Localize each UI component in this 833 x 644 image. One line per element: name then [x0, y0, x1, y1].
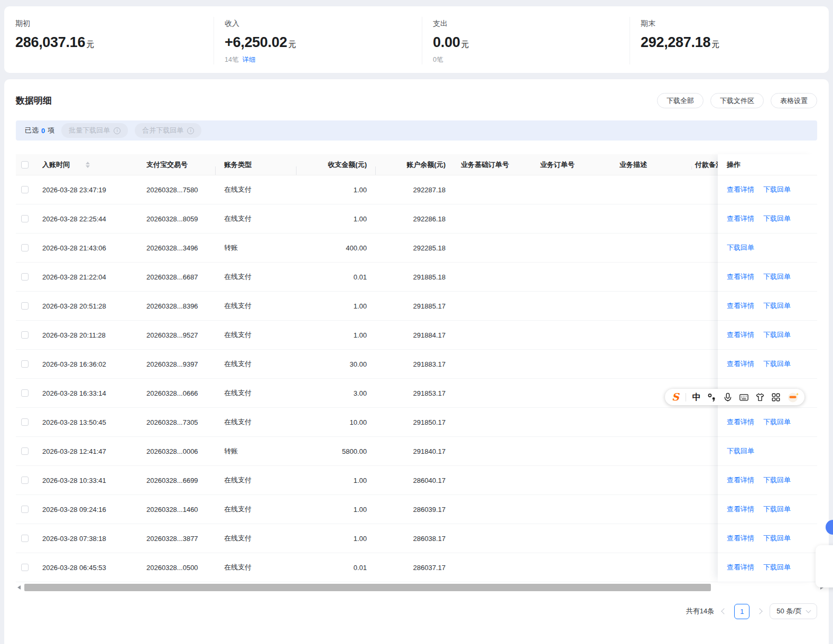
- scroll-left-arrow-icon[interactable]: [17, 585, 21, 590]
- action-cell: 查看详情下载回单: [718, 204, 817, 234]
- column-header-base-order: 业务基础订单号: [453, 160, 533, 170]
- data-detail-panel: 数据明细 下载全部 下载文件区 表格设置 已选 0 项 批量下载回单 合并下载回…: [4, 79, 829, 644]
- view-detail-link[interactable]: 查看详情: [727, 475, 754, 485]
- download-receipt-link[interactable]: 下载回单: [763, 301, 791, 311]
- floating-widget-panel[interactable]: [816, 545, 833, 587]
- download-receipt-link[interactable]: 下载回单: [763, 330, 791, 340]
- page-number-button[interactable]: 1: [734, 604, 749, 619]
- page-size-select[interactable]: 50 条/页: [770, 603, 817, 619]
- row-checkbox[interactable]: [21, 535, 29, 542]
- cell-amount: 10.00: [296, 418, 375, 426]
- row-checkbox[interactable]: [21, 477, 29, 484]
- cell-amount: 1.00: [296, 506, 375, 514]
- column-header-description: 业务描述: [612, 160, 691, 170]
- view-detail-link[interactable]: 查看详情: [727, 330, 754, 340]
- download-receipt-link[interactable]: 下载回单: [763, 563, 791, 572]
- download-all-button[interactable]: 下载全部: [657, 93, 704, 108]
- download-receipt-link[interactable]: 下载回单: [763, 214, 791, 223]
- cell-amount: 1.00: [296, 535, 375, 543]
- view-detail-link[interactable]: 查看详情: [727, 301, 754, 311]
- punctuation-icon[interactable]: [707, 393, 717, 402]
- action-cell: 查看详情下载回单: [718, 553, 817, 582]
- row-checkbox[interactable]: [21, 186, 29, 193]
- row-checkbox[interactable]: [21, 273, 29, 281]
- row-checkbox[interactable]: [21, 215, 29, 222]
- select-all-checkbox[interactable]: [21, 161, 29, 169]
- download-receipt-link[interactable]: 下载回单: [763, 417, 791, 427]
- onscreen-keyboard-icon[interactable]: [739, 393, 749, 402]
- table-row: 2026-03-28 23:47:19 20260328...7580 在线支付…: [16, 175, 817, 204]
- download-receipt-link[interactable]: 下载回单: [763, 475, 791, 485]
- next-page-icon[interactable]: [757, 608, 763, 614]
- download-file-area-button[interactable]: 下载文件区: [710, 93, 764, 108]
- chinese-mode-icon[interactable]: 中: [692, 393, 701, 402]
- download-receipt-link[interactable]: 下载回单: [763, 534, 791, 543]
- prev-page-icon[interactable]: [721, 608, 727, 614]
- currency-unit: 元: [86, 40, 94, 49]
- summary-amount: +6,250.02: [225, 34, 287, 50]
- table-row: 2026-03-28 12:41:47 20260328...0006 转账 5…: [16, 437, 817, 466]
- cell-time: 2026-03-28 21:43:06: [41, 244, 138, 252]
- download-receipt-link[interactable]: 下载回单: [727, 446, 754, 456]
- action-cell: 下载回单: [718, 437, 817, 466]
- summary-sub: [15, 55, 214, 63]
- microphone-icon[interactable]: [723, 393, 733, 402]
- cell-balance: 291850.17: [375, 418, 453, 426]
- cell-balance: 286039.17: [375, 506, 453, 514]
- row-checkbox[interactable]: [21, 360, 29, 368]
- cell-amount: 1.00: [296, 331, 375, 339]
- view-detail-link[interactable]: 查看详情: [727, 563, 754, 572]
- cell-time: 2026-03-28 16:33:14: [41, 389, 138, 397]
- view-detail-link[interactable]: 查看详情: [727, 185, 754, 194]
- cell-account-type: 在线支付: [215, 534, 296, 543]
- cell-account-type: 在线支付: [215, 563, 296, 572]
- view-detail-link[interactable]: 查看详情: [727, 417, 754, 427]
- currency-unit: 元: [461, 40, 469, 49]
- sogou-logo-icon[interactable]: S: [672, 392, 679, 402]
- fixed-col-body: 查看详情下载回单查看详情下载回单下载回单查看详情下载回单查看详情下载回单查看详情…: [718, 175, 817, 582]
- view-detail-link[interactable]: 查看详情: [727, 505, 754, 514]
- selected-count: 0: [41, 127, 45, 135]
- emoji-badge-icon[interactable]: [787, 391, 800, 403]
- horizontal-scrollbar: [16, 583, 817, 592]
- column-header-time[interactable]: 入账时间: [41, 160, 138, 170]
- toolbox-grid-icon[interactable]: [771, 393, 781, 402]
- cell-amount: 1.00: [296, 215, 375, 223]
- download-receipt-link[interactable]: 下载回单: [763, 505, 791, 514]
- row-checkbox[interactable]: [21, 564, 29, 571]
- row-checkbox[interactable]: [21, 331, 29, 339]
- row-checkbox[interactable]: [21, 418, 29, 426]
- row-checkbox[interactable]: [21, 389, 29, 397]
- cell-account-type: 在线支付: [215, 330, 296, 340]
- view-detail-link[interactable]: 查看详情: [727, 214, 754, 223]
- download-receipt-link[interactable]: 下载回单: [763, 272, 791, 282]
- scrollbar-thumb[interactable]: [24, 584, 711, 591]
- download-receipt-link[interactable]: 下载回单: [763, 185, 791, 194]
- view-detail-link[interactable]: 查看详情: [727, 272, 754, 282]
- divider: [686, 393, 686, 402]
- income-detail-link[interactable]: 详细: [242, 56, 255, 63]
- cell-transaction-id: 20260328...9397: [138, 360, 215, 368]
- row-checkbox[interactable]: [21, 506, 29, 513]
- info-icon: [187, 127, 194, 134]
- sort-icon[interactable]: [86, 162, 90, 168]
- batch-download-receipt-button[interactable]: 批量下载回单: [61, 123, 128, 138]
- download-receipt-link[interactable]: 下载回单: [727, 243, 754, 253]
- row-checkbox[interactable]: [21, 302, 29, 310]
- view-detail-link[interactable]: 查看详情: [727, 534, 754, 543]
- download-receipt-link[interactable]: 下载回单: [763, 359, 791, 369]
- row-checkbox[interactable]: [21, 447, 29, 455]
- view-detail-link[interactable]: 查看详情: [727, 359, 754, 369]
- cell-balance: 292286.18: [375, 215, 453, 223]
- summary-sub: 14笔详细: [225, 55, 422, 63]
- transactions-table: 入账时间 支付宝交易号 账务类型 收支金额(元) 账户余额(元) 业务基础订单号…: [16, 154, 817, 592]
- cell-transaction-id: 20260328...7580: [138, 186, 215, 194]
- table-settings-button[interactable]: 表格设置: [771, 93, 817, 108]
- merge-download-receipt-button[interactable]: 合并下载回单: [135, 123, 201, 138]
- row-checkbox[interactable]: [21, 244, 29, 251]
- cell-balance: 291853.17: [375, 389, 453, 397]
- skin-icon[interactable]: [755, 393, 765, 402]
- cell-transaction-id: 20260328...1460: [138, 506, 215, 514]
- expense-count: 0笔: [433, 56, 443, 63]
- cell-balance: 286038.17: [375, 535, 453, 543]
